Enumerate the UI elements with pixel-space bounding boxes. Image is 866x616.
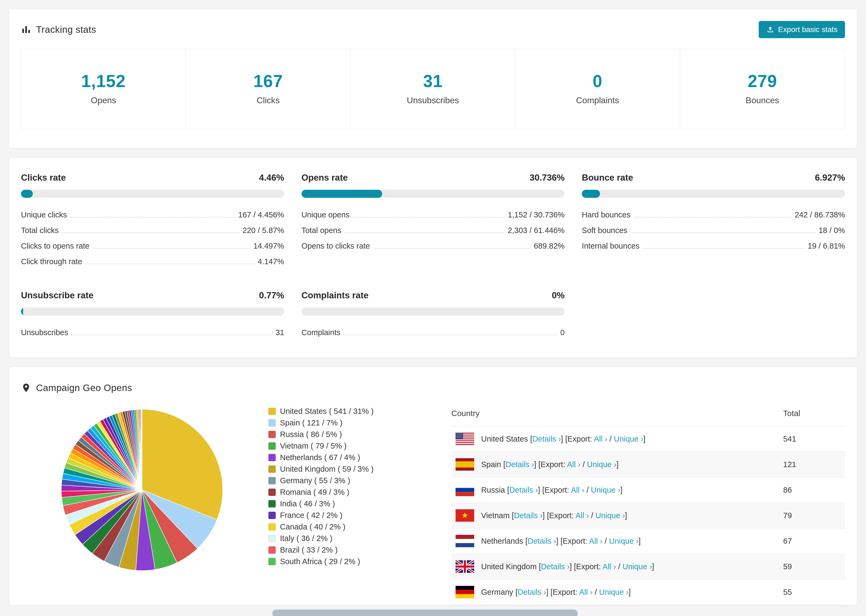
rate-stat-row-unique-clicks: Unique clicks167 / 4.456% [21, 207, 284, 223]
details-link-united-states[interactable]: Details › [532, 435, 561, 443]
export-unique-link-russia[interactable]: Unique › [591, 486, 620, 494]
legend-swatch [268, 465, 276, 473]
country-total: 121 [783, 452, 845, 477]
stat-card-bounces: 279Bounces [680, 49, 845, 129]
geo-table-row-spain: Spain [Details ›] [Export: All › / Uniqu… [451, 452, 845, 477]
legend-label: South Africa ( 29 / 2% ) [280, 557, 360, 566]
details-link-russia[interactable]: Details › [509, 486, 538, 494]
rate-stat-label: Hard bounces [582, 211, 630, 219]
country-name: Vietnam [481, 511, 512, 520]
legend-label: Germany ( 55 / 3% ) [280, 476, 350, 485]
flag-us-icon [456, 433, 474, 445]
rate-card-bounce-rate: Bounce rate6.927%Hard bounces242 / 86.73… [582, 173, 845, 269]
export-all-link-spain[interactable]: All › [567, 460, 580, 469]
export-all-link-netherlands[interactable]: All › [589, 537, 602, 545]
rate-card-clicks-rate: Clicks rate4.46%Unique clicks167 / 4.456… [21, 173, 284, 269]
details-link-netherlands[interactable]: Details › [527, 537, 556, 545]
rate-stat-row-click-through-rate: Click through rate4.147% [21, 254, 284, 269]
legend-item-india: India ( 46 / 3% ) [268, 498, 451, 509]
rate-title: Opens rate [301, 173, 348, 183]
country-name: Russia [481, 486, 507, 494]
export-all-link-united-states[interactable]: All › [594, 435, 607, 443]
export-unique-link-united-states[interactable]: Unique › [614, 435, 643, 443]
export-basic-stats-button[interactable]: Export basic stats [759, 21, 845, 38]
legend-label: Italy ( 36 / 2% ) [280, 534, 332, 543]
rate-progress-fill [301, 190, 383, 198]
legend-item-netherlands: Netherlands ( 67 / 4% ) [268, 452, 451, 464]
legend-item-romania: Romania ( 49 / 3% ) [268, 486, 451, 498]
rate-stat-label: Unsubscribes [21, 328, 68, 337]
rate-card-unsubscribe-rate: Unsubscribe rate0.77%Unsubscribes31 [21, 290, 284, 340]
legend-label: United Kingdom ( 59 / 3% ) [280, 465, 373, 473]
geo-pie-chart [21, 404, 268, 576]
legend-label: Brazil ( 33 / 2% ) [280, 545, 337, 555]
details-link-vietnam[interactable]: Details › [514, 511, 542, 520]
rate-stat-value: 220 / 5.87% [242, 226, 284, 235]
rate-stat-label: Clicks to opens rate [21, 242, 90, 250]
horizontal-scrollbar-thumb[interactable] [272, 610, 578, 616]
dotted-leader [634, 217, 792, 217]
flag-ru-icon [456, 484, 474, 496]
rate-stat-value: 19 / 6.81% [808, 242, 845, 250]
dotted-leader [344, 335, 557, 335]
export-all-link-russia[interactable]: All › [571, 486, 584, 494]
export-unique-link-spain[interactable]: Unique › [587, 460, 616, 469]
rate-title: Unsubscribe rate [21, 290, 94, 300]
stats-strip: 1,152Opens167Clicks31Unsubscribes0Compla… [21, 49, 845, 129]
rate-title: Complaints rate [301, 290, 368, 300]
geo-table-row-united-kingdom: United Kingdom [Details ›] [Export: All … [451, 554, 845, 580]
panel-title-tracking-stats: Tracking stats [36, 24, 96, 35]
rate-progress-bar [582, 190, 845, 198]
export-unique-link-netherlands[interactable]: Unique › [609, 537, 638, 545]
rate-progress-fill [21, 190, 33, 198]
legend-swatch [268, 558, 276, 565]
legend-swatch [268, 523, 276, 531]
legend-swatch [268, 535, 276, 542]
rates-panel: Clicks rate4.46%Unique clicks167 / 4.456… [9, 157, 857, 358]
details-link-germany[interactable]: Details › [518, 588, 546, 596]
rate-stat-label: Opens to clicks rate [301, 242, 370, 250]
rate-stat-value: 0 [560, 328, 565, 337]
geo-table-row-united-states: United States [Details ›] [Export: All ›… [451, 426, 845, 452]
legend-label: Romania ( 49 / 3% ) [280, 488, 350, 497]
stat-label-unsubscribes: Unsubscribes [351, 96, 515, 105]
geo-table-row-russia: Russia [Details ›] [Export: All › / Uniq… [451, 477, 845, 503]
rate-title: Clicks rate [21, 173, 66, 183]
rate-value: 4.46% [259, 173, 284, 183]
rate-stat-row-soft-bounces: Soft bounces18 / 0% [582, 223, 845, 238]
campaign-geo-opens-panel: Campaign Geo Opens United States ( 541 /… [9, 366, 857, 605]
legend-label: Russia ( 86 / 5% ) [280, 430, 342, 439]
rate-value: 0.77% [259, 290, 284, 300]
rate-stat-label: Click through rate [21, 257, 82, 266]
legend-label: United States ( 541 / 31% ) [280, 407, 373, 416]
legend-item-south-africa: South Africa ( 29 / 2% ) [268, 556, 451, 567]
legend-swatch [268, 454, 276, 461]
geo-table-row-vietnam: Vietnam [Details ›] [Export: All › / Uni… [451, 503, 845, 528]
country-total: 79 [783, 503, 845, 528]
export-all-link-vietnam[interactable]: All › [576, 511, 589, 520]
details-link-united-kingdom[interactable]: Details › [541, 562, 569, 571]
details-link-spain[interactable]: Details › [505, 460, 534, 469]
country-name: United Kingdom [481, 562, 539, 571]
rate-stat-row-opens-to-clicks-rate: Opens to clicks rate689.82% [301, 238, 565, 254]
stat-card-opens: 1,152Opens [21, 49, 186, 129]
rate-stat-value: 18 / 0% [819, 226, 845, 235]
rate-stat-label: Soft bounces [582, 226, 627, 235]
legend-swatch [268, 477, 276, 484]
export-unique-link-united-kingdom[interactable]: Unique › [622, 562, 652, 571]
rate-stat-row-unsubscribes: Unsubscribes31 [21, 325, 284, 340]
dashboard-page: Tracking stats Export basic stats 1,152O… [0, 0, 866, 614]
rate-stat-row-internal-bounces: Internal bounces19 / 6.81% [582, 238, 845, 254]
export-unique-link-germany[interactable]: Unique › [599, 588, 628, 596]
legend-item-brazil: Brazil ( 33 / 2% ) [268, 544, 451, 556]
export-all-link-united-kingdom[interactable]: All › [602, 562, 616, 571]
rate-stat-value: 242 / 86.738% [795, 211, 845, 219]
dotted-leader [85, 264, 254, 264]
export-unique-link-vietnam[interactable]: Unique › [595, 511, 625, 520]
country-total: 86 [783, 477, 845, 503]
export-all-link-germany[interactable]: All › [579, 588, 592, 596]
flag-gb-icon [456, 560, 474, 573]
panel-title-campaign-geo-opens: Campaign Geo Opens [36, 382, 132, 393]
stat-value-clicks: 167 [186, 71, 350, 91]
rate-progress-fill [582, 190, 600, 198]
